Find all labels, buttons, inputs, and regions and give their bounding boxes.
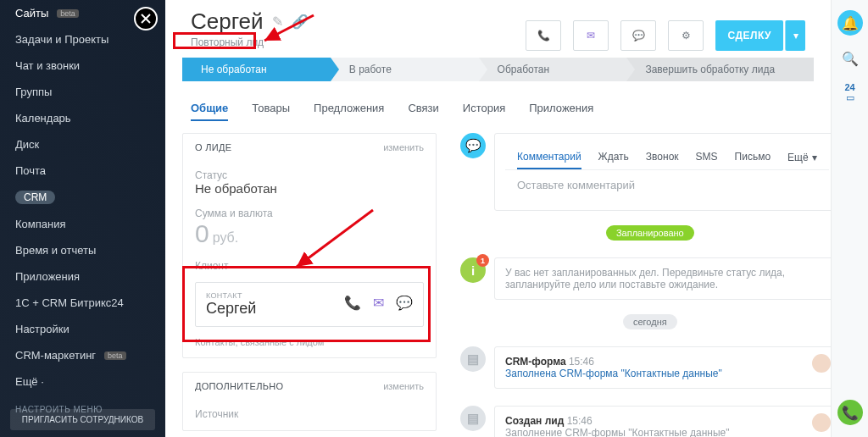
sidebar-item-groups[interactable]: Группы (0, 79, 165, 105)
client-label: Клиент (195, 260, 424, 272)
invite-button[interactable]: ПРИГЛАСИТЬ СОТРУДНИКОВ (10, 409, 155, 430)
sum-currency: руб. (213, 230, 239, 245)
stage-2[interactable]: В работе (331, 58, 479, 81)
about-change[interactable]: изменить (383, 142, 424, 152)
stage-1[interactable]: Не обработан (182, 58, 331, 81)
sidebar-item-settings[interactable]: Настройки (0, 316, 165, 342)
feed-item-2[interactable]: Создан лид 15:46 Заполнение CRM-формы "К… (494, 406, 831, 437)
gear-icon: ⚙ (682, 30, 691, 41)
sidebar-item-tasks[interactable]: Задачи и Проекты (0, 26, 165, 53)
stage-4[interactable]: Завершить обработку лида (626, 58, 814, 81)
bell-icon[interactable]: 🔔 (837, 10, 863, 36)
extra-card: ДОПОЛНИТЕЛЬНО изменить Источник (182, 372, 437, 431)
tab-history[interactable]: История (463, 97, 505, 121)
sidebar-item-calendar[interactable]: Календарь (0, 105, 165, 131)
info-icon: i 1 (460, 257, 486, 283)
client-box[interactable]: 📞 ✉ 💬 КОНТАКТ Сергей (195, 282, 424, 327)
phone-icon: 📞 (537, 30, 550, 41)
extra-title: ДОПОЛНИТЕЛЬНО (195, 381, 283, 391)
chevron-down-icon: ▾ (812, 152, 817, 163)
about-title: О ЛИДЕ (195, 142, 231, 152)
linked-note: Контакты, связанные с лидом (183, 337, 436, 357)
stage-bar: Не обработан В работе Обработан Завершит… (182, 58, 814, 81)
act-tab-sms[interactable]: SMS (696, 146, 718, 169)
act-tab-more[interactable]: Ещё ▾ (787, 146, 817, 169)
calendar-icon[interactable]: 24▭ (844, 82, 854, 103)
deal-dropdown[interactable]: ▾ (785, 20, 805, 51)
page-title: Сергей (191, 8, 264, 35)
tab-offers[interactable]: Предложения (314, 97, 384, 121)
sum-value: 0 (195, 219, 209, 247)
stage-3[interactable]: Обработан (479, 58, 627, 81)
sidebar-item-time[interactable]: Время и отчеты (0, 237, 165, 263)
sidebar: Сайтыbeta Задачи и Проекты Чат и звонки … (0, 0, 165, 437)
comment-icon: 💬 (460, 133, 486, 158)
sum-label: Сумма и валюта (195, 207, 424, 219)
lead-icon: ▤ (460, 406, 486, 431)
sidebar-item-company[interactable]: Компания (0, 211, 165, 237)
avatar (812, 354, 831, 373)
call-button[interactable]: 📞 (526, 20, 561, 51)
act-tab-call[interactable]: Звонок (646, 146, 679, 169)
avatar (812, 413, 831, 432)
mail-icon: ✉ (587, 30, 595, 41)
close-panel-button[interactable] (134, 7, 158, 30)
sidebar-item-mail[interactable]: Почта (0, 158, 165, 184)
sidebar-item-chat[interactable]: Чат и звонки (0, 53, 165, 79)
tab-products[interactable]: Товары (252, 97, 290, 121)
settings-button[interactable]: ⚙ (668, 20, 704, 51)
comment-input[interactable]: Оставьте комментарий (505, 170, 829, 205)
chat-icon: 💬 (632, 30, 645, 41)
close-icon (141, 14, 151, 24)
sidebar-item-apps[interactable]: Приложения (0, 263, 165, 290)
edit-icon[interactable]: ✎ (272, 14, 283, 30)
extra-change[interactable]: изменить (383, 381, 424, 391)
act-tab-wait[interactable]: Ждать (598, 146, 629, 169)
page-subtitle: Повторный лид (191, 36, 526, 48)
status-value: Не обработан (195, 181, 424, 196)
activity-card: Комментарий Ждать Звонок SMS Письмо Ещё … (494, 133, 831, 211)
act-tab-comment[interactable]: Комментарий (517, 146, 581, 169)
sidebar-item-more[interactable]: Ещё · (0, 368, 165, 395)
deal-button[interactable]: СДЕЛКУ (715, 20, 783, 51)
tab-links[interactable]: Связи (408, 97, 438, 121)
chat-button[interactable]: 💬 (620, 20, 656, 51)
chevron-down-icon: ▾ (793, 30, 798, 41)
tab-general[interactable]: Общие (191, 97, 228, 121)
client-chat-icon[interactable]: 💬 (396, 295, 413, 311)
planned-chip: Запланировано (606, 225, 694, 241)
mail-button[interactable]: ✉ (573, 20, 609, 51)
planned-card: У вас нет запланированных дел. Передвинь… (494, 257, 831, 300)
sidebar-item-1c[interactable]: 1С + CRM Битрикс24 (0, 290, 165, 316)
phone-fab[interactable]: 📞 (837, 400, 863, 425)
client-mail-icon[interactable]: ✉ (373, 295, 384, 311)
tabs: Общие Товары Предложения Связи История П… (165, 90, 831, 121)
form-icon: ▤ (460, 346, 486, 372)
link-icon[interactable]: 🔗 (292, 14, 309, 30)
status-label: Статус (195, 169, 424, 181)
client-phone-icon[interactable]: 📞 (344, 295, 361, 311)
sidebar-item-crm[interactable]: CRM (0, 184, 165, 211)
badge: 1 (476, 254, 489, 267)
tab-apps[interactable]: Приложения (529, 97, 593, 121)
about-card: О ЛИДЕ изменить Статус Не обработан Сумм… (182, 133, 437, 358)
feed-item-1[interactable]: CRM-форма 15:46 Заполнена CRM-форма "Кон… (494, 346, 831, 389)
source-label: Источник (195, 408, 424, 420)
today-chip: сегодня (623, 314, 677, 329)
right-rail: 🔔 🔍 24▭ 📞 (831, 0, 868, 437)
main: Сергей ✎ 🔗 Повторный лид 📞 ✉ 💬 ⚙ СДЕЛКУ … (165, 0, 831, 437)
sidebar-item-disk[interactable]: Диск (0, 131, 165, 158)
search-icon[interactable]: 🔍 (842, 51, 859, 67)
act-tab-mail[interactable]: Письмо (735, 146, 771, 169)
sidebar-item-marketing[interactable]: CRM-маркетингbeta (0, 342, 165, 368)
